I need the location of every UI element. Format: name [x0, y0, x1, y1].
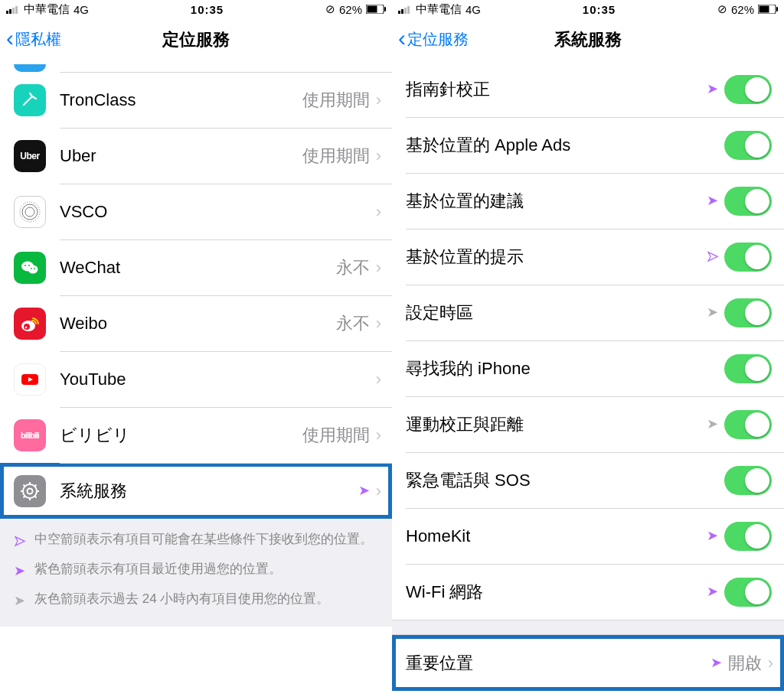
list-item-youtube[interactable]: YouTube ›: [0, 351, 392, 407]
toggle-switch[interactable]: [724, 522, 772, 551]
toggle-switch[interactable]: [724, 243, 772, 272]
row-detail: ➤: [707, 298, 784, 327]
svg-point-13: [28, 264, 30, 265]
list-item-emergency[interactable]: 緊急電話與 SOS: [392, 452, 784, 508]
location-arrow-hollow-icon: ➤: [707, 248, 718, 265]
chevron-right-icon: ›: [376, 258, 381, 278]
row-detail: ➤: [707, 410, 784, 439]
app-name: Uber: [60, 146, 302, 166]
list-item-tronclass[interactable]: TronClass 使用期間 ›: [0, 72, 392, 128]
list-item-suggestions[interactable]: 基於位置的建議 ➤: [392, 173, 784, 229]
toggle-switch[interactable]: [724, 466, 772, 495]
app-icon-wechat: [14, 252, 46, 284]
app-name: TronClass: [60, 90, 302, 110]
chevron-right-icon: ›: [376, 370, 381, 389]
legend-hollow: ➤ 中空箭頭表示有項目可能會在某些條件下接收到您的位置。: [14, 529, 378, 553]
battery-label: 62%: [339, 3, 362, 16]
signal-icon: [6, 3, 20, 16]
row-detail: 永不 ›: [336, 256, 392, 279]
status-label: 使用期間: [302, 145, 370, 168]
list-item-bilibili[interactable]: bilibili ビリビリ 使用期間 ›: [0, 407, 392, 463]
app-name: ビリビリ: [60, 424, 302, 447]
list-item-wechat[interactable]: WeChat 永不 ›: [0, 239, 392, 295]
toggle-switch[interactable]: [724, 354, 772, 383]
service-name: 運動校正與距離: [406, 413, 707, 436]
list-item-compass[interactable]: 指南針校正 ➤: [392, 61, 784, 117]
list-item-system-services[interactable]: 系統服務 ➤ ›: [0, 463, 392, 519]
toggle-switch[interactable]: [724, 578, 772, 607]
app-icon-weibo: [14, 308, 46, 340]
row-detail: ➤開啟 ›: [710, 652, 784, 675]
row-detail: 使用期間 ›: [302, 424, 392, 447]
orientation-lock-icon: ⊘: [717, 2, 727, 16]
svg-point-18: [25, 326, 28, 328]
app-name: 系統服務: [60, 480, 358, 503]
status-label: 永不: [336, 312, 370, 335]
list-item-apple-ads[interactable]: 基於位置的 Apple Ads: [392, 117, 784, 173]
chevron-right-icon: ›: [376, 481, 381, 501]
svg-rect-35: [759, 5, 769, 12]
row-detail: 使用期間 ›: [302, 89, 392, 112]
row-detail: ➤: [707, 522, 784, 551]
location-arrow-icon: ➤: [707, 583, 718, 600]
list-item-weibo[interactable]: Weibo 永不 ›: [0, 295, 392, 351]
svg-point-8: [25, 207, 34, 217]
list-item-find-iphone[interactable]: 尋找我的 iPhone: [392, 340, 784, 396]
chevron-right-icon: ›: [376, 425, 381, 445]
carrier-label: 中華電信: [416, 2, 462, 17]
toggle-switch[interactable]: [724, 410, 772, 439]
list-item-significant-locations[interactable]: 重要位置 ➤開啟 ›: [392, 635, 784, 691]
list-item-homekit[interactable]: HomeKit ➤: [392, 508, 784, 564]
list-item-alerts[interactable]: 基於位置的提示 ➤: [392, 229, 784, 285]
location-arrow-icon: ➤: [707, 192, 718, 209]
app-icon-vsco: [14, 196, 46, 228]
location-arrow-icon: ➤: [707, 80, 718, 97]
row-detail: ›: [376, 202, 392, 222]
list-item-motion[interactable]: 運動校正與距離 ➤: [392, 396, 784, 452]
nav-back-label: 定位服務: [407, 29, 469, 50]
legend-text: 中空箭頭表示有項目可能會在某些條件下接收到您的位置。: [34, 529, 373, 553]
list-item-vsco[interactable]: VSCO ›: [0, 184, 392, 239]
location-arrow-icon: ➤: [707, 304, 718, 321]
legend-text: 灰色箭頭表示過去 24 小時內有項目使用您的位置。: [34, 589, 329, 613]
toggle-switch[interactable]: [724, 187, 772, 216]
list-item-wifi[interactable]: Wi-Fi 網路 ➤: [392, 564, 784, 620]
status-time: 10:35: [191, 3, 224, 16]
svg-line-27: [34, 495, 37, 497]
toggle-switch[interactable]: [724, 75, 772, 104]
service-name: 設定時區: [406, 301, 707, 324]
status-bar: 中華電信 4G 10:35 ⊘ 62%: [0, 0, 392, 18]
nav-back-button[interactable]: ‹ 隱私權: [0, 28, 61, 51]
toggle-switch[interactable]: [724, 298, 772, 327]
app-list[interactable]: TronClass 使用期間 › Uber Uber 使用期間 › VSCO ›: [0, 61, 392, 697]
network-label: 4G: [74, 3, 89, 16]
section-gap: [392, 620, 784, 635]
row-detail: ➤: [707, 187, 784, 216]
chevron-right-icon: ›: [376, 146, 381, 166]
row-detail: [724, 131, 784, 160]
row-detail: ➤: [707, 75, 784, 104]
location-arrow-icon: ➤: [710, 654, 722, 671]
battery-label: 62%: [731, 3, 754, 16]
status-label: 永不: [336, 256, 370, 279]
svg-point-21: [28, 488, 33, 493]
svg-rect-31: [401, 9, 403, 14]
system-services-list[interactable]: 指南針校正 ➤ 基於位置的 Apple Ads 基於位置的建議 ➤ 基於位置的提…: [392, 61, 784, 697]
nav-back-button[interactable]: ‹ 定位服務: [392, 28, 469, 51]
nav-header: ‹ 定位服務 系統服務: [392, 18, 784, 61]
service-name: 重要位置: [406, 652, 710, 675]
location-arrow-icon: ➤: [707, 415, 718, 432]
app-icon-tronclass: [14, 84, 46, 116]
svg-point-11: [28, 265, 38, 273]
row-detail: [724, 466, 784, 495]
list-item-uber[interactable]: Uber Uber 使用期間 ›: [0, 128, 392, 184]
list-item-timezone[interactable]: 設定時區 ➤: [392, 285, 784, 340]
legend-purple: ➤ 紫色箭頭表示有項目最近使用過您的位置。: [14, 559, 378, 583]
gear-icon: [14, 475, 46, 507]
legend-gray: ➤ 灰色箭頭表示過去 24 小時內有項目使用您的位置。: [14, 589, 378, 613]
toggle-switch[interactable]: [724, 131, 772, 160]
app-icon-uber: Uber: [14, 140, 46, 172]
list-item-cutoff[interactable]: [0, 61, 392, 72]
svg-line-28: [34, 484, 37, 487]
svg-rect-30: [398, 11, 400, 14]
